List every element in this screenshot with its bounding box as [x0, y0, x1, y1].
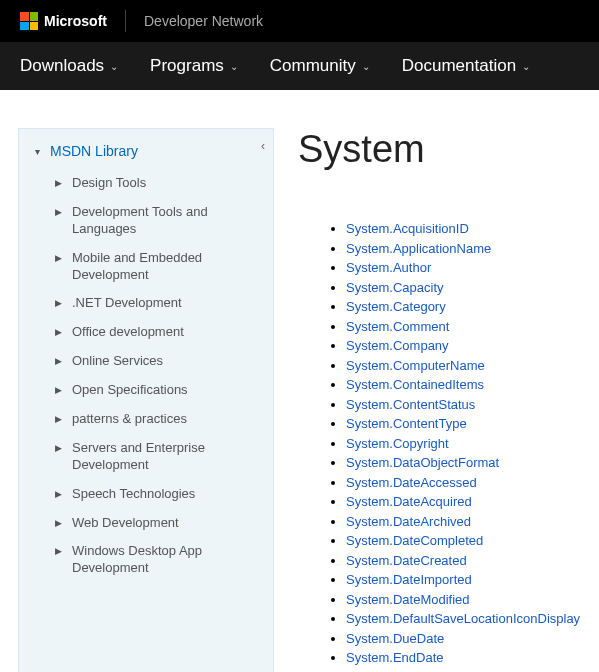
- property-link[interactable]: System.DateCreated: [346, 553, 467, 568]
- sidebar-item[interactable]: ▶Servers and Enterprise Development: [55, 434, 269, 480]
- sidebar-item[interactable]: ▶Online Services: [55, 347, 269, 376]
- sidebar-tree: ▶Design Tools▶Development Tools and Lang…: [23, 169, 269, 583]
- nav-item[interactable]: Downloads⌄: [20, 56, 118, 76]
- property-link[interactable]: System.DateArchived: [346, 514, 471, 529]
- chevron-right-icon: ▶: [55, 414, 62, 426]
- network-title[interactable]: Developer Network: [144, 13, 263, 29]
- property-link[interactable]: System.DateCompleted: [346, 533, 483, 548]
- nav-label: Programs: [150, 56, 224, 76]
- chevron-right-icon: ▶: [55, 443, 62, 455]
- sidebar-item-label: Web Development: [72, 515, 179, 532]
- property-item: System.ContentType: [346, 414, 589, 434]
- property-link[interactable]: System.Author: [346, 260, 431, 275]
- property-item: System.DateImported: [346, 570, 589, 590]
- sidebar-item[interactable]: ▶Open Specifications: [55, 376, 269, 405]
- sidebar-item[interactable]: ▶Windows Desktop App Development: [55, 537, 269, 583]
- property-link[interactable]: System.Company: [346, 338, 449, 353]
- property-link[interactable]: System.DefaultSaveLocationIconDisplay: [346, 611, 580, 626]
- sidebar-item[interactable]: ▶Web Development: [55, 509, 269, 538]
- chevron-right-icon: ▶: [55, 298, 62, 310]
- chevron-down-icon: ⌄: [522, 61, 530, 72]
- property-item: System.DateCompleted: [346, 531, 589, 551]
- sidebar-item[interactable]: ▶Design Tools: [55, 169, 269, 198]
- chevron-right-icon: ▶: [55, 546, 62, 558]
- sidebar-item-label: Mobile and Embedded Development: [72, 250, 269, 284]
- property-link[interactable]: System.AcquisitionID: [346, 221, 469, 236]
- collapse-sidebar-icon[interactable]: ‹: [261, 139, 265, 153]
- nav-item[interactable]: Programs⌄: [150, 56, 238, 76]
- property-item: System.ComputerName: [346, 356, 589, 376]
- property-link[interactable]: System.ContentType: [346, 416, 467, 431]
- chevron-right-icon: ▶: [55, 385, 62, 397]
- property-item: System.DateCreated: [346, 551, 589, 571]
- property-item: System.FileAllocationSize: [346, 668, 589, 673]
- property-link[interactable]: System.ContainedItems: [346, 377, 484, 392]
- property-item: System.Capacity: [346, 278, 589, 298]
- nav-item[interactable]: Community⌄: [270, 56, 370, 76]
- property-item: System.ContainedItems: [346, 375, 589, 395]
- property-item: System.DateModified: [346, 590, 589, 610]
- sidebar-item-label: .NET Development: [72, 295, 182, 312]
- sidebar-item[interactable]: ▶Office development: [55, 318, 269, 347]
- sidebar-item-label: Windows Desktop App Development: [72, 543, 269, 577]
- chevron-down-icon: ⌄: [110, 61, 118, 72]
- property-link[interactable]: System.Copyright: [346, 436, 449, 451]
- chevron-down-icon: ⌄: [230, 61, 238, 72]
- brand-text: Microsoft: [44, 13, 107, 29]
- sidebar-item-label: Open Specifications: [72, 382, 188, 399]
- sidebar-item[interactable]: ▶Development Tools and Languages: [55, 198, 269, 244]
- property-link[interactable]: System.DateAcquired: [346, 494, 472, 509]
- property-link[interactable]: System.Capacity: [346, 280, 444, 295]
- chevron-right-icon: ▶: [55, 356, 62, 368]
- property-item: System.DateAccessed: [346, 473, 589, 493]
- sidebar-root-label: MSDN Library: [50, 143, 138, 159]
- property-link[interactable]: System.ApplicationName: [346, 241, 491, 256]
- microsoft-logo-icon: [20, 12, 38, 30]
- property-link[interactable]: System.ComputerName: [346, 358, 485, 373]
- header-divider: [125, 10, 126, 32]
- nav-label: Documentation: [402, 56, 516, 76]
- sidebar-item-label: Office development: [72, 324, 184, 341]
- sidebar-nav: ‹ ▾ MSDN Library ▶Design Tools▶Developme…: [18, 128, 274, 672]
- property-item: System.AcquisitionID: [346, 219, 589, 239]
- content-area: ‹ ▾ MSDN Library ▶Design Tools▶Developme…: [0, 90, 599, 672]
- sidebar-item[interactable]: ▶Mobile and Embedded Development: [55, 244, 269, 290]
- property-item: System.Copyright: [346, 434, 589, 454]
- chevron-right-icon: ▶: [55, 178, 62, 190]
- microsoft-logo[interactable]: Microsoft: [20, 12, 107, 30]
- nav-item[interactable]: Documentation⌄: [402, 56, 530, 76]
- sidebar-item[interactable]: ▶patterns & practices: [55, 405, 269, 434]
- property-item: System.Company: [346, 336, 589, 356]
- sidebar-item[interactable]: ▶.NET Development: [55, 289, 269, 318]
- sidebar-item-label: Design Tools: [72, 175, 146, 192]
- sidebar-item-label: patterns & practices: [72, 411, 187, 428]
- sidebar-item-label: Online Services: [72, 353, 163, 370]
- sidebar-root-item[interactable]: ▾ MSDN Library: [23, 137, 269, 169]
- property-item: System.ApplicationName: [346, 239, 589, 259]
- sidebar-item-label: Development Tools and Languages: [72, 204, 269, 238]
- property-link[interactable]: System.DateImported: [346, 572, 472, 587]
- sidebar-item-label: Speech Technologies: [72, 486, 195, 503]
- property-link[interactable]: System.Comment: [346, 319, 449, 334]
- property-item: System.DataObjectFormat: [346, 453, 589, 473]
- property-item: System.Category: [346, 297, 589, 317]
- nav-label: Community: [270, 56, 356, 76]
- property-link[interactable]: System.DataObjectFormat: [346, 455, 499, 470]
- main-panel: System System.AcquisitionIDSystem.Applic…: [298, 128, 599, 672]
- property-link[interactable]: System.ContentStatus: [346, 397, 475, 412]
- property-item: System.DateAcquired: [346, 492, 589, 512]
- sidebar-item[interactable]: ▶Speech Technologies: [55, 480, 269, 509]
- property-link[interactable]: System.DateAccessed: [346, 475, 477, 490]
- property-link[interactable]: System.DueDate: [346, 631, 444, 646]
- property-link[interactable]: System.EndDate: [346, 650, 444, 665]
- property-link[interactable]: System.DateModified: [346, 592, 470, 607]
- property-item: System.ContentStatus: [346, 395, 589, 415]
- chevron-right-icon: ▶: [55, 253, 62, 265]
- property-item: System.DateArchived: [346, 512, 589, 532]
- property-link[interactable]: System.Category: [346, 299, 446, 314]
- page-title: System: [298, 128, 589, 171]
- chevron-right-icon: ▶: [55, 489, 62, 501]
- nav-label: Downloads: [20, 56, 104, 76]
- chevron-down-icon: ⌄: [362, 61, 370, 72]
- chevron-down-icon: ▾: [35, 146, 40, 157]
